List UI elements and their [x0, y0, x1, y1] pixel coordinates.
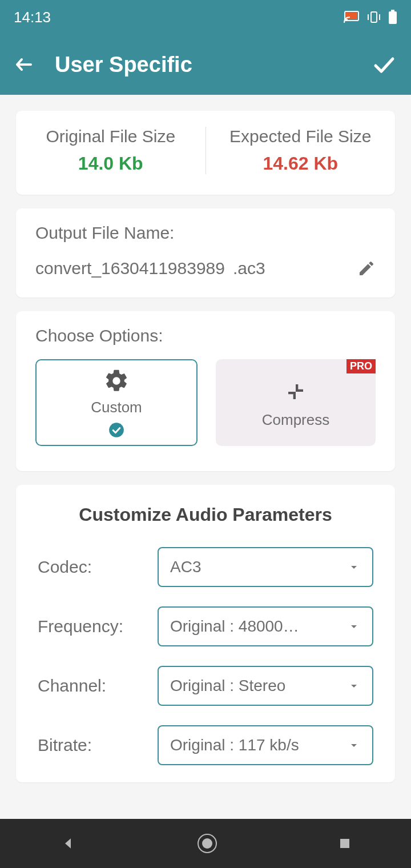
chevron-down-icon: [347, 738, 361, 752]
codec-label: Codec:: [38, 557, 158, 577]
svg-rect-1: [346, 13, 357, 19]
status-time: 14:13: [14, 9, 51, 26]
codec-value: AC3: [170, 558, 201, 576]
back-icon[interactable]: [14, 54, 34, 75]
nav-home-icon[interactable]: [196, 832, 219, 855]
svg-rect-10: [340, 839, 349, 848]
output-filename: convert_1630411983989: [35, 259, 225, 278]
option-compress-label: Compress: [262, 411, 329, 429]
bitrate-value: Original : 117 kb/s: [170, 736, 299, 754]
options-row: Custom PRO Compress: [35, 359, 376, 446]
frequency-label: Frequency:: [38, 617, 158, 636]
output-row: convert_1630411983989 .ac3: [35, 259, 376, 278]
svg-point-9: [202, 838, 212, 849]
svg-rect-5: [391, 10, 394, 11]
channel-value: Original : Stereo: [170, 677, 285, 695]
output-extension: .ac3: [233, 259, 349, 278]
check-badge-icon: [108, 422, 124, 438]
nav-recent-icon[interactable]: [338, 837, 352, 850]
original-label: Original File Size: [46, 127, 175, 146]
channel-row: Channel: Original : Stereo: [38, 666, 373, 706]
codec-select[interactable]: AC3: [158, 547, 373, 587]
bitrate-row: Bitrate: Original : 117 kb/s: [38, 725, 373, 765]
params-card: Customize Audio Parameters Codec: AC3 Fr…: [16, 485, 395, 782]
svg-rect-2: [371, 12, 377, 22]
chevron-down-icon: [347, 679, 361, 693]
status-icons: [344, 10, 397, 25]
status-bar: 14:13: [0, 0, 411, 34]
page-title: User Specific: [55, 53, 349, 77]
filesize-card: Original File Size 14.0 Kb Expected File…: [16, 111, 395, 195]
chevron-down-icon: [347, 560, 361, 574]
original-value: 14.0 Kb: [78, 153, 143, 174]
content-area: Original File Size 14.0 Kb Expected File…: [0, 95, 411, 819]
channel-label: Channel:: [38, 676, 158, 696]
expected-value: 14.62 Kb: [263, 153, 338, 174]
original-size-column: Original File Size 14.0 Kb: [16, 127, 206, 174]
option-compress[interactable]: PRO Compress: [216, 359, 376, 446]
options-title: Choose Options:: [35, 326, 376, 345]
frequency-select[interactable]: Original : 48000…: [158, 606, 373, 646]
expected-size-column: Expected File Size 14.62 Kb: [206, 127, 396, 174]
cast-icon: [344, 11, 360, 23]
option-custom-label: Custom: [91, 399, 142, 416]
compress-icon: [281, 377, 311, 407]
nav-back-icon[interactable]: [59, 835, 76, 852]
svg-rect-6: [389, 11, 397, 24]
channel-select[interactable]: Original : Stereo: [158, 666, 373, 706]
pro-badge: PRO: [346, 359, 376, 373]
navigation-bar: [0, 819, 411, 868]
options-card: Choose Options: Custom PRO Compress: [16, 311, 395, 471]
frequency-value: Original : 48000…: [170, 617, 299, 636]
output-label: Output File Name:: [35, 223, 376, 243]
svg-point-7: [109, 423, 124, 437]
option-custom[interactable]: Custom: [35, 359, 198, 446]
chevron-down-icon: [347, 620, 361, 633]
frequency-row: Frequency: Original : 48000…: [38, 606, 373, 646]
battery-icon: [388, 10, 397, 25]
app-bar: User Specific: [0, 34, 411, 95]
confirm-icon[interactable]: [370, 51, 397, 78]
vibrate-icon: [366, 11, 381, 23]
output-filename-card: Output File Name: convert_1630411983989 …: [16, 208, 395, 298]
bitrate-label: Bitrate:: [38, 736, 158, 755]
params-title: Customize Audio Parameters: [38, 504, 373, 525]
bitrate-select[interactable]: Original : 117 kb/s: [158, 725, 373, 765]
codec-row: Codec: AC3: [38, 547, 373, 587]
edit-icon[interactable]: [357, 259, 376, 278]
expected-label: Expected File Size: [229, 127, 371, 146]
gear-icon: [103, 368, 130, 394]
